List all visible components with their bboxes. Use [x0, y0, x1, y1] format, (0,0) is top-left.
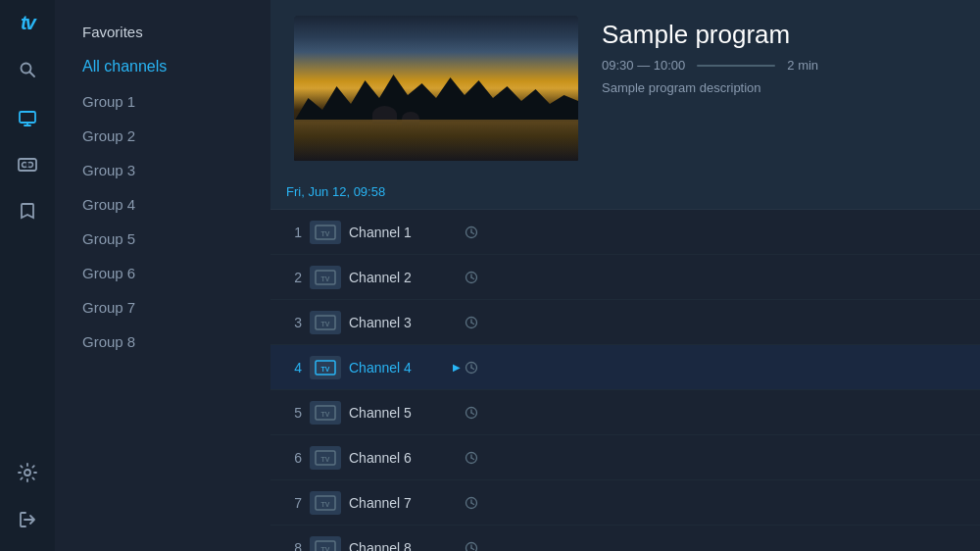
app-logo: tv [21, 12, 34, 34]
channel-row[interactable]: 6 TV Channel 6 Sample programSample pro.… [270, 435, 980, 480]
channel-number: 3 [278, 315, 302, 330]
channel-name: Channel 6 [349, 450, 457, 466]
channels-list: 1 TV Channel 1 Sample programSample ...S… [270, 210, 980, 551]
channel-info-4: 4 TV Channel 4▶ [270, 356, 486, 379]
sidebar-item-group1[interactable]: Group 1 [67, 85, 259, 118]
svg-text:TV: TV [321, 275, 330, 281]
live-tv-nav-icon[interactable] [8, 97, 47, 136]
svg-rect-2 [20, 112, 35, 123]
svg-text:TV: TV [321, 410, 330, 417]
channel-info-8: 8 TV Channel 8 [270, 536, 486, 552]
sidebar-item-favorites[interactable]: Favorites [67, 16, 259, 48]
epg-container: Fri, Jun 12, 09:58 09:30 10:00 10:30 1 T… [270, 175, 980, 551]
logout-nav-icon[interactable] [8, 500, 47, 539]
svg-line-49 [471, 548, 474, 550]
svg-line-19 [471, 277, 474, 279]
channel-info-2: 2 TV Channel 2 [270, 266, 486, 289]
channel-icons [465, 496, 478, 510]
svg-line-34 [471, 413, 474, 415]
channel-info-1: 1 TV Channel 1 [270, 221, 486, 244]
channel-row[interactable]: 8 TV Channel 8 Sample programSample prog… [270, 526, 980, 551]
svg-line-39 [471, 458, 474, 460]
channel-name: Channel 7 [349, 495, 457, 511]
channel-name: Channel 1 [349, 225, 457, 240]
channel-info-5: 5 TV Channel 5 [270, 401, 486, 425]
timeline-current-time: Fri, Jun 12, 09:58 [270, 184, 486, 199]
timeline-header: Fri, Jun 12, 09:58 09:30 10:00 10:30 [270, 175, 980, 210]
info-panel: Sample program 09:30 — 10:00 2 min Sampl… [270, 0, 980, 175]
channel-name: Channel 3 [349, 315, 457, 330]
favorites-nav-icon[interactable] [8, 191, 47, 230]
channel-logo-icon: TV [310, 536, 341, 552]
channel-number: 4 [278, 360, 302, 376]
channel-icons [465, 451, 478, 465]
sidebar-item-group3[interactable]: Group 3 [67, 154, 259, 186]
channel-icons [465, 406, 478, 420]
svg-rect-8 [26, 163, 29, 167]
channel-row[interactable]: 5 TV Channel 5 Sample program [270, 390, 980, 435]
svg-text:TV: TV [321, 320, 330, 326]
search-nav-icon[interactable] [8, 50, 47, 89]
channel-icons [465, 271, 478, 284]
program-thumbnail [294, 16, 578, 161]
program-time: 09:30 — 10:00 2 min [602, 58, 956, 73]
program-time-range: 09:30 — 10:00 [602, 58, 685, 73]
channel-name: Channel 8 [349, 540, 457, 552]
program-description: Sample program description [602, 80, 956, 95]
icon-bar: tv [0, 0, 55, 551]
svg-text:TV: TV [321, 500, 330, 507]
clock-icon [465, 271, 478, 284]
svg-text:TV: TV [321, 365, 330, 372]
settings-nav-icon[interactable] [8, 453, 47, 492]
channel-logo-icon: TV [310, 491, 341, 515]
channel-row[interactable]: 2 TV Channel 2 Sample programSample prog… [270, 255, 980, 300]
svg-line-44 [471, 503, 474, 505]
channel-info-7: 7 TV Channel 7 [270, 491, 486, 515]
channel-row[interactable]: 1 TV Channel 1 Sample programSample ...S… [270, 210, 980, 255]
channel-number: 5 [278, 405, 302, 421]
svg-point-9 [24, 470, 30, 476]
clock-icon [465, 225, 478, 239]
sidebar-item-group7[interactable]: Group 7 [67, 291, 259, 324]
channel-icons [465, 541, 478, 552]
program-title: Sample program [602, 20, 956, 50]
sidebar-item-group5[interactable]: Group 5 [67, 223, 259, 255]
channel-logo-icon: TV [310, 266, 341, 289]
channel-number: 2 [278, 270, 302, 285]
channel-number: 1 [278, 225, 302, 240]
channel-logo-icon: TV [310, 401, 341, 425]
channel-icons: ▶ [453, 361, 478, 375]
channel-icons [465, 316, 478, 329]
channel-name: Channel 5 [349, 405, 457, 421]
channel-icons [465, 225, 478, 239]
main-content: Sample program 09:30 — 10:00 2 min Sampl… [270, 0, 980, 551]
program-info: Sample program 09:30 — 10:00 2 min Sampl… [602, 16, 956, 95]
channel-logo-icon: TV [310, 356, 341, 379]
svg-line-14 [471, 232, 474, 234]
channel-name: Channel 2 [349, 270, 457, 285]
svg-line-24 [471, 323, 474, 325]
clock-icon [465, 496, 478, 510]
svg-text:TV: TV [321, 229, 330, 236]
sidebar: Favorites All channels Group 1 Group 2 G… [55, 0, 270, 551]
channel-number: 8 [278, 540, 302, 552]
channel-row[interactable]: 4 TV Channel 4▶ Sample programSample pro… [270, 345, 980, 390]
svg-line-29 [471, 368, 474, 370]
sidebar-item-group4[interactable]: Group 4 [67, 188, 259, 221]
channel-row[interactable]: 3 TV Channel 3 Sample programSample prog… [270, 300, 980, 345]
clock-icon [465, 406, 478, 420]
sidebar-item-group2[interactable]: Group 2 [67, 120, 259, 152]
svg-text:TV: TV [321, 545, 330, 551]
sidebar-item-group6[interactable]: Group 6 [67, 257, 259, 289]
play-icon: ▶ [453, 362, 461, 373]
sidebar-item-group8[interactable]: Group 8 [67, 326, 259, 358]
channel-row[interactable]: 7 TV Channel 7 Sample programSample prog… [270, 480, 980, 526]
channel-logo-icon: TV [310, 221, 341, 244]
svg-text:TV: TV [321, 455, 330, 462]
clock-icon [465, 361, 478, 375]
recordings-nav-icon[interactable] [8, 144, 47, 183]
sidebar-item-all-channels[interactable]: All channels [67, 50, 259, 83]
program-progress-bar [697, 65, 775, 67]
channel-logo-icon: TV [310, 446, 341, 470]
channel-number: 6 [278, 450, 302, 466]
